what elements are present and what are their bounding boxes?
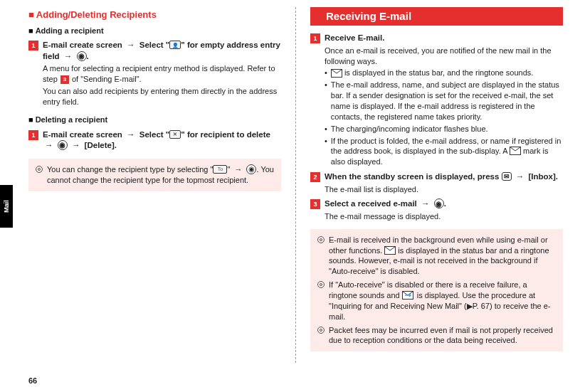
envelope-icon [331, 69, 342, 78]
arrow-icon: → [72, 141, 80, 149]
subheading-deleting-text: Deleting a recipient [36, 115, 107, 124]
note-box-left: You can change the recipient type by sel… [28, 159, 281, 191]
bullet-icon: • [325, 136, 327, 168]
arrow-icon: → [127, 41, 135, 49]
s3b: . [444, 199, 446, 208]
note-box-right: E-mail is received in the background eve… [310, 229, 563, 351]
arrow-icon: → [127, 130, 135, 139]
center-key-icon: ◉ [77, 51, 87, 61]
step-3-desc: The e-mail message is displayed. [325, 211, 563, 222]
step-recv-2: 2 When the standby screen is displayed, … [310, 171, 563, 194]
envelope-arrow-icon [402, 291, 415, 300]
step-number-icon: 1 [310, 33, 320, 43]
heading-add-delete-text: Adding/Deleting Recipients [36, 9, 157, 20]
add-person-icon: 👤 [169, 41, 181, 49]
step-recv-1: 1 Receive E-mail. Once an e-mail is rece… [310, 33, 563, 167]
step-1-lead: Once an e-mail is received, you are noti… [325, 46, 563, 67]
step-number-icon: 3 [310, 199, 320, 209]
step-text-a: E-mail create screen [43, 41, 122, 49]
step-add-1: 1 E-mail create screen → Select "👤" for … [28, 40, 281, 107]
right-column: Receiving E-mail 1 Receive E-mail. Once … [310, 7, 563, 363]
center-key-icon: ◉ [434, 198, 444, 208]
column-separator [295, 7, 296, 363]
step-text-c: " for recipient to delete [181, 130, 270, 139]
s3a: Select a received e-mail [325, 199, 417, 208]
note-ring-icon [317, 281, 325, 288]
step-text-d: [Delete]. [85, 141, 117, 149]
step-add-1-desc: A menu for selecting a recipient entry m… [43, 63, 281, 85]
arrow-icon: → [64, 52, 73, 60]
center-key-icon: ◉ [246, 164, 256, 174]
subheading-deleting: ■Deleting a recipient [28, 115, 281, 125]
note-ring-icon [36, 166, 43, 173]
bullet-icon: • [325, 68, 327, 78]
step-add-1-desc2: You can also add recipients by entering … [43, 86, 281, 107]
bullet-row: • If the product is folded, the e-mail a… [325, 136, 563, 168]
note-line: Packet fees may be incurred even if mail… [317, 325, 556, 346]
note-line: You can change the recipient type by sel… [36, 164, 274, 186]
step-1-title: Receive E-mail. [325, 33, 563, 44]
delete-x-icon: ✕ [169, 130, 181, 139]
note-line: If "Auto-receive" is disabled or there i… [317, 280, 556, 322]
page-number: 66 [28, 376, 37, 386]
note-line: E-mail is received in the background eve… [317, 235, 556, 277]
envelope-icon [384, 246, 396, 255]
subheading-square-icon: ■ [28, 115, 33, 124]
subheading-square-icon: ■ [28, 26, 33, 35]
bullet-text: The charging/incoming indicator flashes … [331, 124, 488, 134]
step-del-1-title: E-mail create screen → Select "✕" for re… [43, 129, 281, 152]
arrow-icon: → [421, 199, 430, 208]
desc1b: of "Sending E-mail". [72, 75, 142, 83]
note-text: Packet fees may be incurred even if mail… [329, 325, 556, 346]
note-text: You can change the recipient type by sel… [47, 164, 274, 186]
step-2-desc: The e-mail list is displayed. [325, 184, 563, 195]
step-2-title: When the standby screen is displayed, pr… [325, 171, 563, 183]
side-tab-label: Mail [2, 200, 11, 213]
heading-add-delete: ■Adding/Deleting Recipients [28, 9, 281, 21]
note-b: " [227, 165, 230, 174]
mail-key-icon: ✉ [502, 172, 512, 181]
to-field-icon: To [213, 165, 227, 174]
heading-square-icon: ■ [28, 9, 34, 20]
arrow-icon: → [234, 165, 242, 174]
subheading-adding-text: Adding a recipient [36, 26, 104, 35]
note-text: E-mail is received in the background eve… [329, 235, 556, 277]
side-tab-mail: Mail [0, 185, 13, 228]
step-text-b: Select " [139, 41, 170, 49]
note-ring-icon [317, 327, 325, 334]
step-del-1: 1 E-mail create screen → Select "✕" for … [28, 129, 281, 152]
bullet-text: The e-mail address, name, and subject ar… [331, 80, 563, 122]
step-text-a: E-mail create screen [43, 130, 122, 139]
bullet-icon: • [325, 80, 327, 122]
s2a: When the standby screen is displayed, pr… [325, 172, 502, 181]
arrow-icon: → [516, 172, 524, 181]
envelope-icon [510, 147, 521, 155]
step-number-icon: 2 [310, 172, 320, 182]
bullet-text: If the product is folded, the e-mail add… [331, 136, 563, 168]
inline-step-3-icon: 3 [60, 75, 69, 84]
b1b: is displayed in the status bar, and the … [342, 68, 533, 77]
bullet-icon: • [325, 124, 327, 134]
note-ring-icon [317, 236, 325, 243]
step-3-title: Select a received e-mail → ◉. [325, 198, 563, 210]
subheading-adding: ■Adding a recipient [28, 26, 281, 36]
step-add-1-title: E-mail create screen → Select "👤" for em… [43, 40, 281, 62]
step-text-end: . [87, 52, 89, 60]
bullet-row: • The charging/incoming indicator flashe… [325, 124, 563, 134]
step-number-icon: 1 [28, 130, 38, 140]
bullet-row: • The e-mail address, name, and subject … [325, 80, 563, 122]
note-text: If "Auto-receive" is disabled or there i… [329, 280, 556, 322]
note-a: You can change the recipient type by sel… [47, 165, 213, 174]
step-text-b: Select " [139, 130, 170, 139]
s2b: [Inbox]. [529, 172, 559, 181]
page-columns: ■Adding/Deleting Recipients ■Adding a re… [0, 0, 580, 363]
bullet-row: • is displayed in the status bar, and th… [325, 68, 563, 78]
step-number-icon: 1 [28, 41, 38, 51]
left-column: ■Adding/Deleting Recipients ■Adding a re… [28, 7, 281, 363]
arrow-icon: → [45, 141, 53, 149]
step-recv-3: 3 Select a received e-mail → ◉. The e-ma… [310, 198, 563, 221]
center-key-icon: ◉ [58, 140, 68, 150]
bullet-text: is displayed in the status bar, and the … [331, 68, 533, 78]
heading-receiving: Receiving E-mail [310, 7, 563, 26]
heading-receiving-text: Receiving E-mail [326, 10, 411, 22]
